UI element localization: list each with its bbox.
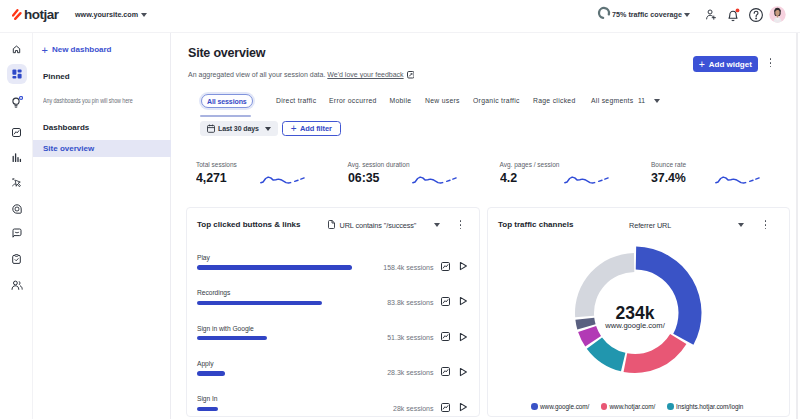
site-selector[interactable]: www.yoursite.com xyxy=(75,10,138,19)
bar-label: Recordings xyxy=(197,289,230,296)
recordings-icon xyxy=(12,204,22,214)
new-dashboard-button[interactable]: + New dashboard xyxy=(42,45,112,54)
bar-value: 28.3k sessions xyxy=(374,369,434,376)
segments-dropdown[interactable]: All segments xyxy=(591,97,634,104)
date-range-label: Last 30 days xyxy=(218,125,259,132)
row-trends-icon[interactable] xyxy=(441,332,450,341)
document-icon xyxy=(328,220,335,229)
metric-sparkline xyxy=(412,171,460,186)
people-icon xyxy=(11,280,23,290)
legend-dot xyxy=(667,403,674,410)
bar-value: 28k sessions xyxy=(374,405,434,412)
tab-error-occurred[interactable]: Error occurred xyxy=(329,97,377,104)
traffic-coverage-caret-icon[interactable] xyxy=(684,13,690,17)
metric-total-sessions: Total sessions4,271 xyxy=(196,161,346,185)
invite-user-icon[interactable] xyxy=(704,8,717,21)
metric-avg-pages-session: Avg. pages / session4.2 xyxy=(500,161,650,185)
page-menu-kebab-icon[interactable] xyxy=(769,58,772,69)
top-clicked-kebab-icon[interactable] xyxy=(459,220,462,231)
tab-new-users[interactable]: New users xyxy=(425,97,460,104)
row-play-icon[interactable] xyxy=(458,332,468,342)
metric-label: Bounce rate xyxy=(651,161,800,168)
scrollbar-track[interactable] xyxy=(796,33,798,419)
rail-trends[interactable] xyxy=(0,128,33,137)
metric-bounce-rate: Bounce rate37.4% xyxy=(651,161,800,185)
tab-direct-traffic[interactable]: Direct traffic xyxy=(276,97,316,104)
legend-dot xyxy=(601,403,608,410)
tab-rage-clicked[interactable]: Rage clicked xyxy=(533,97,576,104)
bar xyxy=(197,407,218,412)
page-title: Site overview xyxy=(188,46,265,60)
page-subtitle: An aggregated view of all your session d… xyxy=(188,71,414,79)
main-content: Site overview An aggregated view of all … xyxy=(171,33,800,419)
metric-label: Avg. session duration xyxy=(348,161,498,168)
date-range-dropdown[interactable]: Last 30 days xyxy=(200,121,278,136)
new-dashboard-label: New dashboard xyxy=(52,45,112,54)
segments-caret-icon[interactable] xyxy=(654,99,660,103)
referrer-caret-icon[interactable] xyxy=(738,223,744,227)
donut-center-label: www.google.com/ xyxy=(560,321,710,330)
referrer-dropdown[interactable]: Referrer URL xyxy=(629,221,671,230)
traffic-channels-kebab-icon[interactable] xyxy=(764,220,767,231)
legend-label: www.hotjar.com/ xyxy=(610,403,656,410)
bar xyxy=(197,301,322,306)
rail-recordings[interactable] xyxy=(0,204,33,214)
hotjar-logo-icon xyxy=(12,9,22,21)
subtitle-text: An aggregated view of all your session d… xyxy=(188,71,327,78)
tab-mobile[interactable]: Mobile xyxy=(390,97,412,104)
metric-label: Total sessions xyxy=(196,161,346,168)
icon-rail xyxy=(0,33,33,419)
plus-icon: + xyxy=(291,123,297,134)
row-trends-icon[interactable] xyxy=(441,262,450,271)
add-filter-button[interactable]: + Add filter xyxy=(282,121,342,136)
notifications-bell-icon[interactable] xyxy=(725,7,741,23)
rail-dashboards[interactable] xyxy=(0,69,33,79)
bar xyxy=(197,265,352,270)
site-selector-caret-icon[interactable] xyxy=(141,13,147,17)
metric-avg-session-duration: Avg. session duration06:35 xyxy=(348,161,498,185)
url-filter-caret-icon[interactable] xyxy=(434,223,440,227)
metric-label: Avg. pages / session xyxy=(500,161,650,168)
url-filter-dropdown[interactable]: URL contains "/success" xyxy=(340,221,417,230)
metric-sparkline xyxy=(564,171,612,186)
legend-dot xyxy=(531,403,538,410)
user-avatar[interactable] xyxy=(769,6,786,23)
rail-heatmaps[interactable] xyxy=(0,178,33,187)
row-trends-icon[interactable] xyxy=(441,297,450,306)
tab-all-sessions[interactable]: All sessions xyxy=(201,94,254,108)
donut-segment-Insights-hotjar-com-login[interactable] xyxy=(587,337,626,371)
chat-bubble-icon xyxy=(12,228,22,238)
pinned-hint-text: Any dashboards you pin will show here xyxy=(43,97,133,104)
row-play-icon[interactable] xyxy=(458,261,468,271)
bar-value: 83.8k sessions xyxy=(374,299,434,306)
trends-chart-icon xyxy=(12,128,21,137)
rail-interviews[interactable] xyxy=(0,280,33,290)
row-trends-icon[interactable] xyxy=(441,367,450,376)
plus-icon: + xyxy=(42,46,48,54)
rail-home[interactable] xyxy=(0,45,33,54)
rail-feedback[interactable] xyxy=(0,228,33,238)
add-widget-button[interactable]: + Add widget xyxy=(693,56,759,72)
legend-label: Insights.hotjar.com/login xyxy=(676,403,743,410)
rail-highlights[interactable] xyxy=(0,96,33,108)
top-clicked-card: Top clicked buttons & links URL contains… xyxy=(186,207,480,417)
row-play-icon[interactable] xyxy=(458,367,468,377)
help-icon[interactable] xyxy=(748,7,764,23)
row-trends-icon[interactable] xyxy=(441,403,450,412)
bar-label: Sign In xyxy=(197,395,217,402)
bar-label: Apply xyxy=(197,360,213,367)
tab-organic-traffic[interactable]: Organic traffic xyxy=(473,97,520,104)
traffic-coverage-label[interactable]: 75% traffic coverage xyxy=(612,10,682,19)
click-cursor-icon xyxy=(12,178,21,187)
metric-sparkline xyxy=(715,171,763,186)
row-play-icon[interactable] xyxy=(458,296,468,306)
dashboards-section-header: Dashboards xyxy=(43,123,89,132)
rail-funnels[interactable] xyxy=(0,153,33,162)
pinned-section-header: Pinned xyxy=(43,72,70,81)
row-play-icon[interactable] xyxy=(458,402,468,412)
feedback-link[interactable]: We'd love your feedback xyxy=(327,71,403,78)
donut-segment-www-hotjar-com-[interactable] xyxy=(624,334,687,373)
sidebar-item-site-overview[interactable]: Site overview xyxy=(33,140,171,157)
rail-surveys[interactable] xyxy=(0,254,33,264)
site-overview-label: Site overview xyxy=(43,144,94,153)
